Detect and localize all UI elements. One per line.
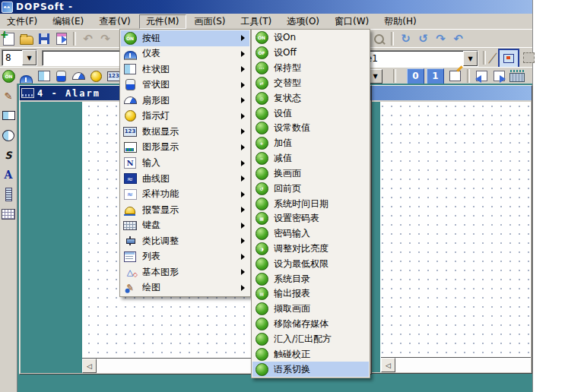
menu-item-采样功能[interactable]: ≈采样功能 [121,186,249,202]
menu-item-仪表[interactable]: 仪表 [121,46,249,62]
menu-item-报警显示[interactable]: 报警显示 [121,202,249,218]
submenu-item-触碰校正[interactable]: 触碰校正 [252,346,369,362]
menu-item-图形显示[interactable]: 图形显示 [121,140,249,156]
ellipse-tool-button[interactable] [1,128,16,143]
menu-item-列表[interactable]: 列表 [121,248,249,264]
flip-vertical-icon-button[interactable]: ↶ [449,30,467,47]
submenu-item-回前页[interactable]: ↺回前页 [252,181,369,196]
submenu-item-撷取画面[interactable]: 撷取画面 [252,302,369,317]
menu-item-9[interactable]: 帮助(H) [377,14,423,29]
scale-tool-button[interactable] [1,187,16,202]
menu-item-曲线图[interactable]: ≈曲线图 [121,171,249,187]
selection-mode-button[interactable] [520,49,538,66]
menu-item-基本图形[interactable]: △基本图形 [121,264,249,280]
save-icon-button[interactable] [35,30,52,47]
state-edit-icon-button[interactable] [446,68,464,84]
submenu-item-设值[interactable]: 设值 [252,106,369,121]
menu-item-7[interactable]: 选项(O) [280,14,326,29]
scroll-left-button[interactable]: ◁ [82,359,97,373]
button-element-icon-button[interactable]: ON [0,68,17,84]
meter-element-icon-button[interactable] [17,68,35,84]
menu-item-类比调整[interactable]: 类比调整 [121,233,249,249]
submenu-item-设Off[interactable]: OF设Off [252,46,369,61]
horizontal-scrollbar[interactable]: ◁ [381,357,531,372]
pipe-element-icon-button[interactable] [52,68,70,84]
text-tool-button[interactable]: A [1,167,16,182]
submenu-arrow-icon [241,144,248,150]
submenu-item-保持型[interactable]: ···保持型 [252,61,369,76]
submenu-item-设为最低权限[interactable]: 设为最低权限 [252,256,369,271]
submenu-item-密码输入[interactable]: 密码输入 [252,226,369,242]
submenu-item-移除储存媒体[interactable]: 移除储存媒体 [252,317,369,332]
menu-item-3[interactable]: 查看(V) [92,14,138,29]
picture-mode-button[interactable] [498,49,519,68]
curve-tool-button[interactable]: S [1,147,16,163]
submenu-item-交替型[interactable]: ⇄交替型 [252,75,369,90]
undo-icon-button[interactable]: ↶ [79,30,97,47]
child-title-bar[interactable] [368,86,532,100]
submenu-item-设常数值[interactable]: 设常数值 [252,121,369,136]
menu-item-扇形图[interactable]: 扇形图 [121,93,249,109]
menu-item-柱状图[interactable]: 柱状图 [121,62,249,77]
menu-item-数据显示[interactable]: 123数据显示 [121,124,249,140]
keypad-icon-button[interactable] [508,68,525,84]
title-bar[interactable]: DOPSoft - [0,0,532,14]
submenu-item-复状态[interactable]: ◎复状态 [252,90,369,106]
indicator-lamp-icon-button[interactable] [87,68,105,84]
rotate-left-icon-button[interactable]: ↺ [414,30,432,47]
submenu-item-设置密码表[interactable]: ▦设置密码表 [252,211,369,226]
menu-item-键盘[interactable]: 键盘 [121,217,249,233]
screen-window-secondary[interactable]: ◁ [367,85,532,374]
next-screen-icon-button[interactable] [490,68,508,84]
menu-item-1[interactable]: 文件(F) [0,14,44,29]
submenu-item-输出报表[interactable]: ▤输出报表 [252,286,369,302]
menu-item-指示灯[interactable]: 指示灯 [121,109,249,125]
bar-element-icon-button[interactable] [35,68,52,84]
rectangle-tool-button[interactable] [1,108,16,123]
menu-item-8[interactable]: 窗口(W) [328,14,376,29]
state-0-button[interactable]: 0 [407,68,424,84]
prev-screen-icon-button[interactable] [473,68,490,84]
submenu-item-换画面[interactable]: 换画面 [252,166,369,181]
menu-item-4[interactable]: 元件(M) [139,14,186,29]
submenu-item-系统目录[interactable]: 系统目录 [252,271,369,286]
menu-item-label: 绘图 [142,281,236,294]
submenu-item-设On[interactable]: ON设On [252,30,369,46]
submenu-item-加值[interactable]: +加值 [252,136,369,151]
submenu-item-label: 保持型 [274,62,369,74]
menu-item-label: 类比调整 [142,235,236,248]
redo-icon-button[interactable]: ↷ [97,30,114,47]
rectangle-tool-icon [2,111,15,120]
table-tool-button[interactable] [1,207,16,222]
chevron-down-icon[interactable]: ▼ [463,51,478,66]
menu-item-按钮[interactable]: ON按钮 [121,30,249,46]
submenu-item-减值[interactable]: −减值 [252,151,369,166]
menu-item-6[interactable]: 工具(T) [234,14,279,29]
rotate-right-icon-button[interactable]: ↻ [397,30,414,47]
sampling-icon: ≈ [124,189,137,200]
flip-horizontal-icon-button[interactable]: ↷ [432,30,449,47]
chevron-down-icon[interactable]: ▼ [22,50,36,65]
export-icon-button[interactable] [52,30,70,47]
submenu-item-汇入/汇出配方[interactable]: 汇入/汇出配方 [252,332,369,347]
submenu-item-系统时间日期[interactable]: 系统时间日期 [252,196,369,211]
zoom-icon-button[interactable] [370,30,388,47]
pencil-tool-button[interactable]: ✎ [1,88,16,103]
menu-item-输入[interactable]: N输入 [121,155,249,171]
menu-item-2[interactable]: 编辑(E) [46,14,90,29]
edit-canvas[interactable]: ◁ [369,102,531,372]
scroll-left-button[interactable]: ◁ [381,358,395,372]
submenu-item-语系切换[interactable]: 语系切换 [252,362,369,377]
green-ball-icon: + [256,137,268,150]
submenu-item-label: 撷取画面 [274,302,369,315]
menu-item-绘图[interactable]: ✎绘图 [121,280,249,296]
alarm-screen-page[interactable] [21,102,82,373]
menu-item-管状图[interactable]: 管状图 [121,77,249,93]
state-1-button[interactable]: 1 [427,68,444,84]
pie-element-icon-button[interactable] [70,68,87,84]
submenu-item-调整对比亮度[interactable]: ◑调整对比亮度 [252,242,369,257]
new-file-icon-button[interactable] [0,30,17,47]
open-file-icon-button[interactable] [17,30,35,47]
font-size-combo[interactable]: 8 ▼ [2,49,37,66]
menu-item-5[interactable]: 画面(S) [188,14,233,29]
